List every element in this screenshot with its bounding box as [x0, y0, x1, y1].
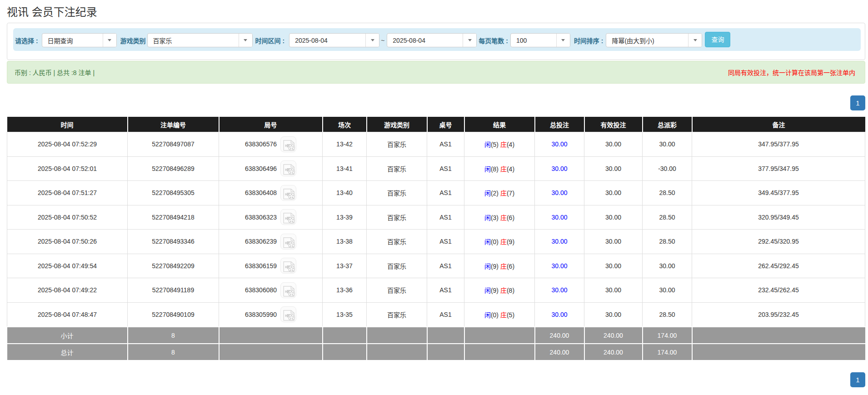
video-record-icon [281, 210, 296, 225]
video-record-icon [281, 283, 296, 298]
result-banker-points: (6) [507, 263, 514, 270]
date-from-combo[interactable]: 2025-08-04 [289, 33, 379, 47]
summary-cell-10 [692, 344, 865, 360]
cell-game-category: 百家乐 [367, 205, 427, 230]
pagination-bottom: 1 [7, 372, 865, 387]
date-to-combo[interactable]: 2025-08-04 [387, 33, 477, 47]
video-replay-button[interactable] [280, 282, 296, 298]
video-replay-button[interactable] [280, 234, 296, 250]
video-record-icon [281, 137, 296, 152]
result-banker-label: 庄 [500, 214, 507, 221]
film-reel-hole [292, 170, 294, 172]
cell-session: 13-40 [323, 181, 367, 205]
total-bet-link[interactable]: 30.00 [551, 262, 567, 270]
cell-time: 2025-08-04 07:51:27 [7, 181, 128, 205]
table-row: 2025-08-04 07:51:27522708495305638306408… [7, 181, 865, 205]
chevron-down-icon[interactable] [556, 34, 570, 47]
video-replay-button[interactable] [280, 136, 296, 152]
total-bet-link[interactable]: 30.00 [551, 165, 567, 172]
chevron-down-icon[interactable] [103, 34, 116, 47]
film-reel-hole [289, 221, 291, 223]
film-reel-center [291, 245, 292, 245]
video-record-icon [281, 307, 296, 322]
range-separator: ~ [381, 37, 384, 44]
round-id-text: 638306080 [245, 286, 277, 294]
video-replay-button[interactable] [280, 306, 296, 322]
cell-bet-id: 522708496289 [128, 156, 219, 181]
film-reel-hole [292, 219, 294, 221]
table-header-row: 时间注单编号局号场次游戏类别桌号结果总投注有效投注总派彩备注 [7, 117, 865, 132]
column-header-8: 有效投注 [584, 117, 643, 132]
dropdown-arrow-triangle [693, 39, 697, 41]
film-reel-hole [292, 268, 294, 270]
cell-result: 闲(0) 庄(5) [464, 302, 535, 327]
summary-cell-8: 240.00 [584, 327, 643, 344]
film-reel-hole [292, 292, 294, 294]
film-reel-hole [291, 242, 293, 244]
round-id-cell-content: 638305990 [245, 306, 296, 322]
chevron-down-icon[interactable] [688, 34, 702, 47]
cell-result: 闲(9) 庄(8) [464, 278, 535, 303]
result-player-label: 闲 [484, 263, 491, 270]
video-replay-button[interactable] [280, 209, 296, 225]
game-category-combo-value: 百家乐 [148, 34, 172, 47]
table-row: 2025-08-04 07:50:52522708494218638306323… [7, 205, 865, 230]
total-bet-link[interactable]: 30.00 [551, 311, 567, 318]
video-replay-button[interactable] [280, 258, 296, 274]
film-reel-hole [292, 245, 294, 247]
total-bet-link[interactable]: 30.00 [551, 189, 567, 196]
round-id-cell-content: 638306496 [245, 160, 296, 176]
round-id-cell-content: 638306080 [245, 282, 296, 298]
cell-session: 13-35 [323, 302, 367, 327]
cell-total-bet: 30.00 [535, 230, 584, 254]
column-header-0: 时间 [7, 117, 128, 132]
chevron-down-icon[interactable] [463, 34, 476, 47]
page-size-combo[interactable]: 100 [510, 33, 570, 47]
cell-payout: 28.50 [643, 230, 692, 254]
cell-session: 13-38 [323, 230, 367, 254]
query-type-combo[interactable]: 日期查询 [42, 33, 117, 47]
round-id-cell-content: 638306576 [245, 136, 296, 152]
cell-session: 13-42 [323, 132, 367, 157]
chevron-down-icon[interactable] [365, 34, 379, 47]
cell-result: 闲(2) 庄(7) [464, 181, 535, 205]
cell-remark: 203.95/232.45 [692, 302, 865, 327]
pagination-page-1-top[interactable]: 1 [850, 95, 865, 110]
summary-cell-3 [323, 344, 367, 360]
cell-time: 2025-08-04 07:49:54 [7, 254, 128, 278]
filter-label-game-category: 游戏类别 [120, 36, 146, 45]
page-size-combo-value: 100 [511, 34, 527, 47]
cell-time: 2025-08-04 07:50:26 [7, 230, 128, 254]
cell-round-id: 638306159 [219, 254, 323, 278]
result-player-points: (8) [491, 165, 499, 173]
cell-valid-bet: 30.00 [584, 132, 643, 157]
cell-payout: 30.00 [643, 132, 692, 157]
time-sort-combo[interactable]: 降幂(由大到小) [606, 33, 702, 47]
game-category-combo[interactable]: 百家乐 [147, 33, 253, 47]
cell-valid-bet: 30.00 [584, 254, 643, 278]
film-reel-hole [292, 243, 294, 245]
video-replay-button[interactable] [280, 185, 296, 201]
cell-table-no: AS1 [427, 132, 464, 157]
round-id-cell-content: 638306239 [245, 234, 296, 250]
total-bet-link[interactable]: 30.00 [551, 214, 567, 221]
summary-cell-7: 240.00 [535, 327, 584, 344]
chevron-down-icon[interactable] [239, 34, 252, 47]
film-reel-hole [292, 146, 294, 148]
video-replay-button[interactable] [280, 160, 296, 176]
cell-bet-id: 522708495305 [128, 181, 219, 205]
query-button[interactable]: 查询 [705, 32, 730, 47]
summary-cell-7: 240.00 [535, 344, 584, 360]
film-reel-hole [289, 268, 291, 270]
filter-bar: 请选择 :日期查询游戏类别百家乐时间区间 :2025-08-04~2025-08… [13, 28, 861, 51]
total-bet-link[interactable]: 30.00 [551, 286, 567, 294]
round-id-text: 638306239 [245, 238, 277, 245]
film-reel-hole [292, 221, 294, 223]
result-player-points: (9) [491, 287, 499, 294]
summary-cell-4 [367, 327, 427, 344]
total-bet-link[interactable]: 30.00 [551, 238, 567, 245]
total-bet-link[interactable]: 30.00 [551, 140, 567, 148]
pagination-page-1-bottom[interactable]: 1 [850, 372, 865, 387]
round-id-text: 638306408 [245, 189, 277, 196]
summary-cell-0: 小计 [7, 327, 128, 344]
